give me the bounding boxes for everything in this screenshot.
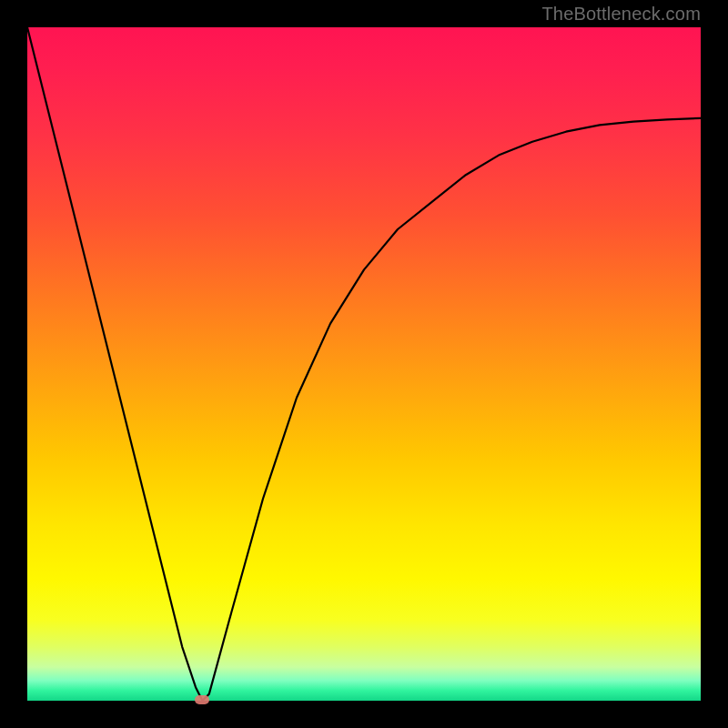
bottleneck-curve — [27, 27, 701, 701]
plot-area — [27, 27, 701, 701]
optimum-marker — [195, 695, 209, 704]
watermark-label: TheBottleneck.com — [541, 4, 701, 25]
chart-frame: TheBottleneck.com — [0, 0, 728, 728]
